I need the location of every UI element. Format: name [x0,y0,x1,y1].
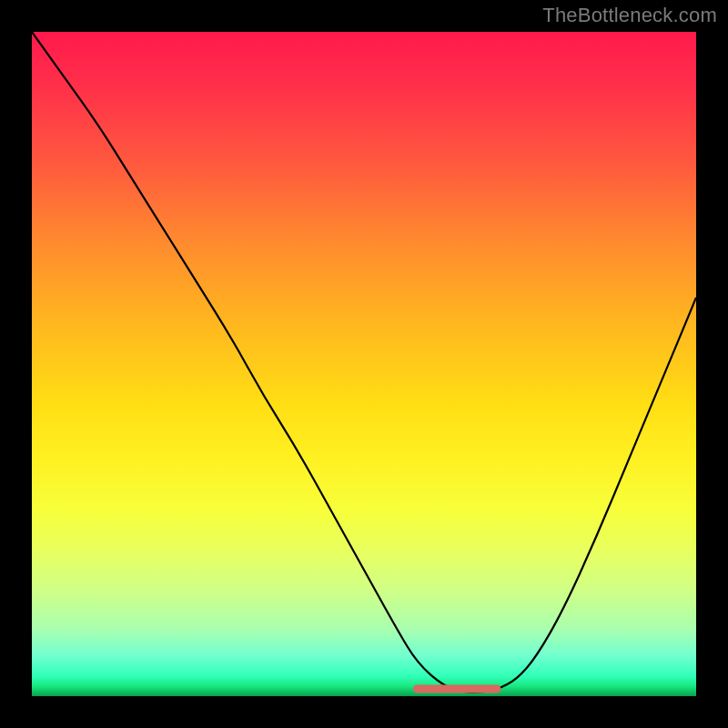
chart-frame: TheBottleneck.com [0,0,728,728]
bottleneck-curve [32,32,696,693]
curve-layer [32,32,696,696]
watermark-text: TheBottleneck.com [542,4,717,27]
plot-area [32,32,696,696]
